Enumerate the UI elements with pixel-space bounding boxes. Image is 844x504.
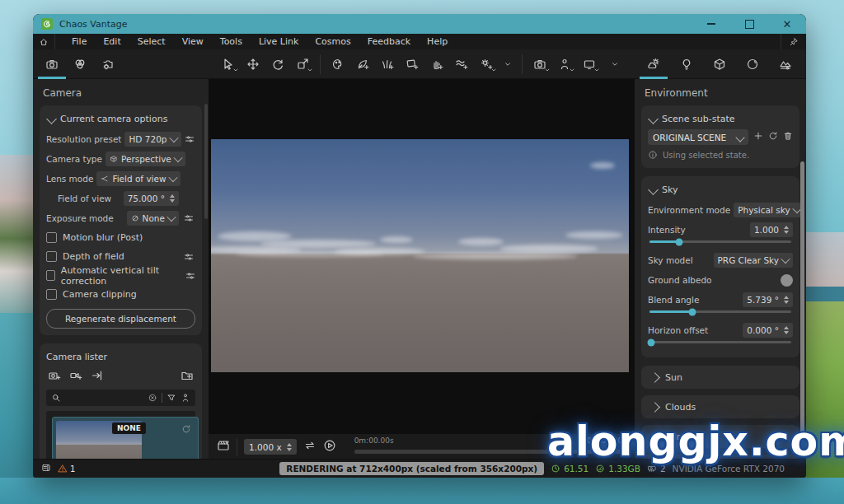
- intensity-slider[interactable]: [649, 240, 791, 243]
- right-panel-scrollbar[interactable]: [800, 161, 804, 441]
- import-camera-button[interactable]: [91, 369, 104, 385]
- depth-of-field-checkbox[interactable]: [46, 251, 57, 262]
- tab-lights-panel[interactable]: [673, 53, 701, 76]
- add-scatter-button[interactable]: [375, 53, 400, 76]
- add-vegetation-button[interactable]: [350, 53, 375, 76]
- add-state-button[interactable]: [753, 131, 763, 143]
- tab-render-settings-panel[interactable]: [771, 53, 799, 76]
- add-material-button[interactable]: [326, 53, 350, 76]
- menu-live-link[interactable]: Live Link: [251, 34, 307, 49]
- clear-search-icon[interactable]: [148, 393, 157, 403]
- warnings-indicator[interactable]: 1: [58, 464, 75, 474]
- home-button[interactable]: [33, 34, 55, 49]
- pin-button[interactable]: [781, 34, 806, 49]
- scene-sub-state-header[interactable]: Scene sub-state: [648, 110, 793, 129]
- add-decal-button[interactable]: [400, 53, 424, 76]
- vertical-tilt-checkbox[interactable]: [46, 270, 55, 281]
- lens-mode-dropdown[interactable]: Field of view: [96, 171, 180, 186]
- refresh-state-button[interactable]: [768, 131, 778, 143]
- ground-albedo-color-swatch[interactable]: [781, 274, 793, 287]
- menu-select[interactable]: Select: [129, 34, 174, 49]
- view-options-chevron[interactable]: [606, 53, 624, 76]
- tab-geometry-panel[interactable]: [706, 53, 734, 76]
- menu-cosmos[interactable]: Cosmos: [307, 34, 359, 49]
- scale-tool-button[interactable]: [290, 53, 315, 76]
- menu-view[interactable]: View: [174, 34, 212, 49]
- camera-view-button[interactable]: [528, 53, 552, 76]
- viewport[interactable]: 1.000 x 0m:00.00s 0m:00.00s: [209, 79, 635, 460]
- tab-camera-panel[interactable]: [38, 53, 66, 76]
- blend-angle-slider[interactable]: [649, 310, 791, 313]
- walk-mode-button[interactable]: [552, 53, 577, 76]
- field-of-view-input[interactable]: 75.000 °: [124, 191, 179, 206]
- viewport-display-button[interactable]: [577, 53, 602, 76]
- camera-clipping-checkbox[interactable]: [46, 289, 57, 300]
- current-camera-options-header[interactable]: Current camera options: [46, 110, 195, 129]
- horizon-offset-slider[interactable]: [649, 341, 791, 343]
- add-effect-button[interactable]: [449, 53, 474, 76]
- menu-edit[interactable]: Edit: [95, 34, 129, 49]
- log-panel-button[interactable]: [41, 463, 51, 475]
- add-light-button[interactable]: [474, 53, 499, 76]
- resolution-preset-dropdown[interactable]: HD 720p: [124, 132, 181, 147]
- menu-file[interactable]: File: [63, 34, 95, 49]
- stepper-icon[interactable]: [287, 443, 292, 451]
- intensity-input[interactable]: 1.000: [750, 222, 793, 237]
- close-button[interactable]: ✕: [768, 14, 806, 34]
- exposure-settings-button[interactable]: [182, 213, 195, 223]
- refresh-thumbnail-button[interactable]: [181, 424, 191, 436]
- menu-feedback[interactable]: Feedback: [359, 34, 419, 49]
- tab-camera-settings[interactable]: [94, 53, 122, 76]
- sequencer-button[interactable]: [217, 439, 230, 455]
- wallpaper-grass-right: [804, 301, 844, 504]
- watermark: alonggjx.com: [547, 418, 844, 465]
- vertical-tilt-settings-button[interactable]: [185, 271, 195, 281]
- tab-materials-panel[interactable]: [738, 53, 767, 76]
- scene-sub-state-dropdown[interactable]: ORIGINAL SCENE: [648, 129, 748, 145]
- camera-list-item[interactable]: NONE [Home] Original Camera: [52, 417, 199, 460]
- camera-type-dropdown[interactable]: Perspective: [106, 152, 185, 166]
- depth-of-field-settings-button[interactable]: [182, 252, 195, 262]
- stepper-icon[interactable]: [170, 194, 175, 203]
- sky-card: Sky Environment mode Physical sky Intens…: [641, 176, 799, 357]
- delete-state-button[interactable]: [783, 131, 793, 143]
- maximize-button[interactable]: [730, 14, 768, 34]
- filter-icon[interactable]: [166, 393, 176, 403]
- section-sun[interactable]: Sun: [641, 366, 799, 389]
- sky-header[interactable]: Sky: [648, 181, 793, 200]
- section-clouds[interactable]: Clouds: [641, 395, 799, 418]
- horizon-offset-input[interactable]: 0.000 °: [743, 323, 793, 338]
- stepper-icon[interactable]: [784, 326, 789, 334]
- move-tool-button[interactable]: [241, 53, 265, 76]
- play-button[interactable]: [323, 439, 336, 455]
- rotate-tool-button[interactable]: [265, 53, 290, 76]
- stepper-icon[interactable]: [784, 296, 789, 304]
- title-bar[interactable]: Chaos Vantage ✕: [33, 14, 806, 34]
- menu-tools[interactable]: Tools: [212, 34, 251, 49]
- person-filter-icon[interactable]: [181, 393, 190, 403]
- tab-environment-panel[interactable]: [640, 53, 668, 76]
- environment-mode-dropdown[interactable]: Physical sky: [734, 203, 804, 217]
- resolution-settings-button[interactable]: [185, 134, 196, 144]
- motion-blur-checkbox[interactable]: [46, 232, 57, 243]
- left-panel-scrollbar[interactable]: [204, 104, 208, 219]
- stepper-icon[interactable]: [784, 226, 789, 234]
- tab-lens-effects[interactable]: [66, 53, 94, 76]
- blend-angle-input[interactable]: 5.739 °: [743, 292, 793, 307]
- sky-model-dropdown[interactable]: PRG Clear Sky: [714, 253, 793, 268]
- select-tool-button[interactable]: [216, 53, 241, 76]
- regenerate-displacement-button[interactable]: Regenerate displacement: [46, 309, 195, 329]
- playback-speed-input[interactable]: 1.000 x: [244, 439, 297, 455]
- render-view[interactable]: [211, 139, 629, 372]
- menu-help[interactable]: Help: [419, 34, 456, 49]
- chevron-down-icon: [173, 153, 182, 162]
- toolbar-overflow-chevron[interactable]: [499, 53, 517, 76]
- minimize-button[interactable]: [692, 14, 730, 34]
- add-animation-button[interactable]: [424, 53, 449, 76]
- add-folder-button[interactable]: [181, 369, 194, 385]
- camera-search-input[interactable]: [65, 392, 143, 404]
- add-camera-from-view-button[interactable]: [69, 369, 82, 385]
- exposure-mode-dropdown[interactable]: None: [127, 211, 179, 226]
- add-camera-button[interactable]: [48, 369, 61, 385]
- loop-button[interactable]: [303, 439, 316, 455]
